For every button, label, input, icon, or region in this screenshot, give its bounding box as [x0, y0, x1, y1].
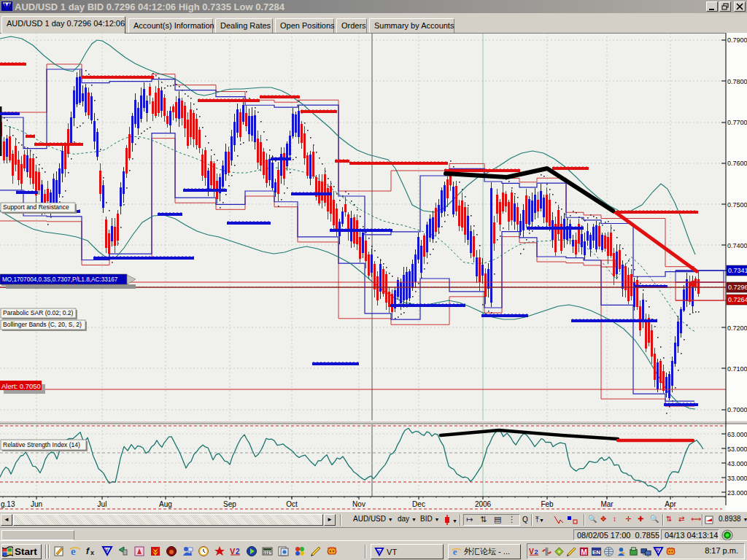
svg-text:Mar: Mar — [600, 500, 614, 508]
svg-text:0.7100: 0.7100 — [727, 365, 747, 373]
svg-text:Relative Strength Index (14): Relative Strength Index (14) — [3, 441, 80, 448]
svg-text:0.7264: 0.7264 — [728, 296, 747, 303]
svg-text:0.7296: 0.7296 — [728, 284, 747, 291]
svg-text:Alert: 0.7050: Alert: 0.7050 — [1, 382, 41, 390]
svg-text:0.7400: 0.7400 — [727, 242, 747, 249]
svg-text:Nov: Nov — [352, 500, 365, 508]
svg-text:M: M — [581, 548, 587, 556]
svg-text:23.000: 23.000 — [727, 489, 747, 497]
svg-text:0.7500: 0.7500 — [727, 201, 747, 209]
svg-text:x: x — [90, 549, 94, 556]
svg-text:Apr: Apr — [665, 500, 676, 508]
svg-text:2006: 2006 — [475, 500, 492, 508]
svg-text:Support and Resistance: Support and Resistance — [3, 203, 69, 211]
svg-text:0.7341: 0.7341 — [728, 267, 747, 274]
svg-text:0.7900: 0.7900 — [727, 36, 747, 44]
svg-text:V: V — [105, 548, 109, 553]
svg-text:0.7000: 0.7000 — [727, 406, 747, 413]
svg-text:V: V — [529, 548, 534, 556]
svg-text:▼: ▼ — [452, 518, 457, 524]
svg-text:33.000: 33.000 — [727, 475, 747, 482]
svg-text:Feb: Feb — [541, 500, 554, 508]
svg-text:Aug: Aug — [159, 500, 172, 508]
svg-text:g.13: g.13 — [1, 500, 15, 508]
svg-text:Sep: Sep — [223, 500, 236, 508]
svg-text:V: V — [230, 547, 236, 556]
svg-text:V: V — [657, 548, 660, 553]
svg-text:43.000: 43.000 — [727, 460, 747, 467]
svg-text:63.000: 63.000 — [727, 431, 747, 438]
svg-text:2: 2 — [236, 548, 240, 556]
svg-text:Parabolic SAR (0.02; 0.2): Parabolic SAR (0.02; 0.2) — [3, 309, 74, 316]
svg-text:Jun: Jun — [31, 500, 42, 508]
svg-text:0.7700: 0.7700 — [727, 119, 747, 126]
svg-text:EN: EN — [592, 548, 600, 555]
svg-text:MO,1707004,0.3S,0.7307,P/L1.8,: MO,1707004,0.3S,0.7307,P/L1.8,AC:33167 — [2, 276, 118, 283]
svg-text:53.000: 53.000 — [727, 446, 747, 453]
svg-text:Oct: Oct — [286, 500, 298, 508]
svg-text:Bollinger Bands (C, 20, S, 2): Bollinger Bands (C, 20, S, 2) — [3, 321, 82, 328]
svg-text:Jul: Jul — [98, 500, 107, 508]
svg-text:f: f — [86, 546, 90, 556]
svg-text:0.7200: 0.7200 — [727, 324, 747, 332]
svg-text:Dec: Dec — [412, 500, 425, 508]
svg-text:0.7600: 0.7600 — [727, 160, 747, 167]
svg-text:0.7800: 0.7800 — [727, 78, 747, 85]
